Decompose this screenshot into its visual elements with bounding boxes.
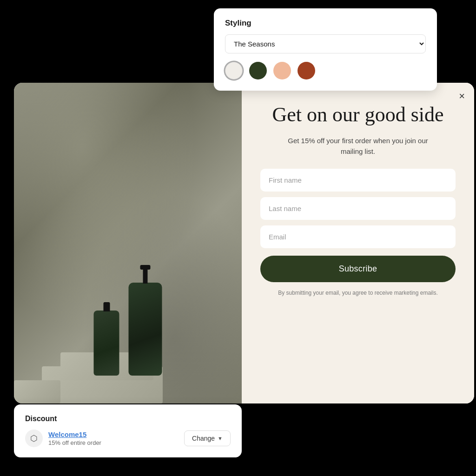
concrete-block-side bbox=[14, 380, 60, 403]
popup-form-side: × Get on our good side Get 15% off your … bbox=[242, 83, 474, 403]
discount-code[interactable]: Welcome15 bbox=[48, 430, 101, 438]
discount-content: ⬡ Welcome15 15% off entire order Change … bbox=[25, 430, 231, 447]
bottle-small bbox=[94, 311, 119, 376]
popup-headline: Get on our good side bbox=[272, 103, 443, 127]
discount-title: Discount bbox=[25, 415, 231, 423]
discount-info: Welcome15 15% off entire order bbox=[48, 430, 101, 446]
styling-panel: Styling The Seasons Modern Classic Minim… bbox=[214, 8, 437, 91]
swatch-rust[interactable] bbox=[298, 62, 315, 79]
first-name-input[interactable] bbox=[260, 169, 456, 192]
popup-image-side bbox=[14, 83, 242, 403]
swatch-cream[interactable] bbox=[225, 62, 243, 79]
color-swatches bbox=[225, 62, 426, 79]
swatch-peach[interactable] bbox=[273, 62, 291, 79]
discount-icon: ⬡ bbox=[25, 430, 43, 447]
theme-select[interactable]: The Seasons Modern Classic Minimal bbox=[225, 34, 426, 53]
subscribe-button[interactable]: Subscribe bbox=[260, 256, 456, 282]
discount-left: ⬡ Welcome15 15% off entire order bbox=[25, 430, 101, 447]
bottle-large bbox=[129, 283, 162, 376]
discount-description: 15% off entire order bbox=[48, 439, 101, 446]
last-name-input[interactable] bbox=[260, 197, 456, 220]
chevron-down-icon: ▼ bbox=[218, 436, 223, 441]
change-button[interactable]: Change ▼ bbox=[184, 430, 231, 446]
percent-icon: ⬡ bbox=[30, 433, 38, 443]
email-input[interactable] bbox=[260, 225, 456, 248]
product-image bbox=[14, 83, 242, 403]
discount-card: Discount ⬡ Welcome15 15% off entire orde… bbox=[14, 404, 242, 457]
bottles-container bbox=[94, 283, 162, 376]
popup-subtext: Get 15% off your first order when you jo… bbox=[279, 135, 437, 157]
swatch-dark-green[interactable] bbox=[249, 62, 267, 79]
disclaimer-text: By submitting your email, you agree to r… bbox=[278, 289, 437, 297]
change-button-label: Change bbox=[192, 435, 215, 442]
popup-modal: × Get on our good side Get 15% off your … bbox=[14, 83, 474, 403]
close-button[interactable]: × bbox=[459, 91, 465, 101]
styling-panel-title: Styling bbox=[225, 19, 426, 28]
